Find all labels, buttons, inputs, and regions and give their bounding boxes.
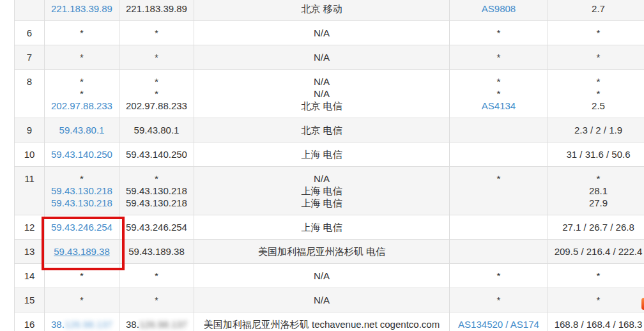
ip-link[interactable]: 59.43.130.218 [51, 197, 112, 208]
hop-cell: 8 [15, 70, 45, 118]
ip-link-cell-line: 59.43.130.218 [47, 197, 116, 209]
ip-link[interactable]: 59.43.130.218 [51, 185, 112, 196]
hop-cell-line: 9 [17, 124, 42, 136]
ip-link[interactable]: 59.43.189.38 [54, 246, 110, 257]
table-row-hop-10: 1059.43.140.25059.43.140.250上海 电信 31 / 3… [15, 142, 644, 167]
table-row-hop-13: 1359.43.189.3859.43.189.38美国加利福尼亚州洛杉矶 电信… [15, 240, 644, 264]
ip-plain-cell-line: * [122, 173, 191, 185]
hop-cell: 6 [15, 21, 45, 45]
ip-link-cell: 38.126.98.137 [45, 312, 119, 331]
ip-link-cell-line: 59.43.189.38 [47, 245, 116, 258]
location-cell-line: 上海 电信 [197, 185, 447, 197]
ip-plain-cell: 59.43.140.250 [119, 142, 194, 167]
table-row-hop-12: 1259.43.246.25459.43.246.254上海 电信 27.1 /… [15, 215, 644, 240]
ip-link[interactable]: 221.183.39.89 [51, 3, 112, 14]
hop-cell: 10 [15, 142, 45, 167]
ip-link[interactable]: 59.43.80.1 [59, 125, 105, 135]
ip-plain-cell-line: 59.43.130.218 [122, 185, 191, 197]
cursor-artifact [641, 298, 644, 310]
latency-cell: * [548, 21, 644, 45]
ip-plain-cell: 59.43.80.1 [119, 118, 194, 142]
asn-link[interactable]: AS4134 [482, 100, 516, 111]
ip-link-cell-line: 59.43.140.250 [47, 148, 116, 160]
ip-link[interactable]: 38.126.98.137 [51, 319, 112, 330]
ip-link-cell-line: * [47, 51, 116, 63]
ip-plain-cell-line: * [122, 88, 191, 100]
location-cell: N/A北京 移动 [194, 0, 450, 21]
asn-cell: * [450, 21, 548, 45]
location-cell-line: N/A [197, 51, 447, 63]
table-row-hop-14: 14**N/A** [15, 264, 644, 288]
ip-link-cell-line: 59.43.80.1 [47, 124, 116, 136]
ip-link[interactable]: 59.43.246.254 [51, 222, 112, 233]
ip-link-cell: 59.43.189.38 [45, 240, 119, 264]
table-row-hop-9: 959.43.80.159.43.80.1北京 电信 2.3 / 2 / 1.9 [15, 118, 644, 142]
location-cell-line: 上海 电信 [197, 221, 447, 233]
location-cell: 美国加利福尼亚州洛杉矶 techavenue.net cogentco.com [194, 312, 450, 331]
location-cell-line: 北京 电信 [197, 124, 447, 136]
asn-cell-line: * [452, 294, 545, 306]
asn-cell-line [452, 245, 545, 258]
latency-cell-line: * [551, 270, 644, 282]
location-cell-line: 北京 移动 [197, 3, 447, 15]
hop-cell-line: 12 [17, 221, 42, 233]
ip-plain-cell-line: * [122, 75, 191, 88]
asn-cell-line: AS134520 / AS174 [452, 318, 545, 330]
hop-cell-line: 10 [17, 148, 42, 160]
asn-cell-line: AS4134 [452, 100, 545, 112]
location-cell: N/A [194, 21, 450, 45]
latency-cell: 168.8 / 168.4 / 168.3 [548, 312, 644, 331]
ip-plain-cell: 221.183.39.89 [119, 0, 194, 21]
latency-cell-line: * [551, 51, 644, 63]
hop-cell-line: 16 [17, 318, 42, 330]
asn-link[interactable]: AS134520 / AS174 [458, 319, 539, 330]
location-cell-line: 上海 电信 [197, 148, 447, 160]
latency-cell: 2.3 / 2 / 1.9 [548, 118, 644, 142]
location-cell: N/A [194, 264, 450, 288]
ip-plain-cell: 59.43.246.254 [119, 215, 194, 240]
ip-plain-cell-line: 59.43.246.254 [122, 221, 191, 233]
hop-cell: 15 [15, 288, 45, 312]
hop-cell-line: 6 [17, 27, 42, 39]
ip-link-cell: 221.183.39.89 [45, 0, 119, 21]
hop-cell-line: 13 [17, 245, 42, 258]
ip-link-cell: 59.43.140.250 [45, 142, 119, 167]
traceroute-table-wrapper: 5 221.183.39.89 221.183.39.89 N/A北京 移动 A… [14, 0, 644, 331]
ip-link-cell: 59.43.80.1 [45, 118, 119, 142]
latency-cell-line: 209.5 / 216.4 / 222.4 [551, 245, 644, 258]
latency-cell-line: 27.1 / 26.7 / 26.8 [551, 221, 644, 233]
ip-plain-cell: 59.43.189.38 [119, 240, 194, 264]
ip-plain-cell: *59.43.130.21859.43.130.218 [119, 167, 194, 215]
traceroute-table: 5 221.183.39.89 221.183.39.89 N/A北京 移动 A… [14, 0, 644, 331]
ip-link-cell-line: 202.97.88.233 [47, 100, 116, 112]
latency-cell-line: 2.5 [551, 100, 644, 112]
asn-cell [450, 215, 548, 240]
ip-plain-cell-line: 38.126.98.137 [122, 318, 191, 330]
ip-link-cell-line: * [47, 27, 116, 39]
ip-link-cell: **202.97.88.233 [45, 70, 119, 118]
location-cell-line: N/A [197, 173, 447, 185]
latency-cell: 31 / 31.6 / 50.6 [548, 142, 644, 167]
location-cell-line: 美国加利福尼亚州洛杉矶 techavenue.net cogentco.com [197, 318, 447, 330]
ip-plain-cell-line: * [122, 270, 191, 282]
ip-plain-cell: * [119, 264, 194, 288]
location-cell: N/AN/A北京 电信 [194, 70, 450, 118]
ip-plain-cell-line: 59.43.80.1 [122, 124, 191, 136]
hop-cell-line: 11 [17, 173, 42, 185]
asn-link[interactable]: AS9808 [482, 3, 516, 14]
hop-cell: 9 [15, 118, 45, 142]
ip-link[interactable]: 202.97.88.233 [51, 100, 112, 111]
asn-cell-line: * [452, 51, 545, 63]
asn-cell: * [450, 264, 548, 288]
latency-cell-line: 28.1 [551, 185, 644, 197]
asn-cell [450, 118, 548, 142]
hop-cell: 16 [15, 312, 45, 331]
table-row-hop-15: 15**N/A** [15, 288, 644, 312]
latency-cell-line: * [551, 75, 644, 88]
table-row-hop-6: 6**N/A** [15, 21, 644, 45]
hop-cell: 7 [15, 45, 45, 70]
table-row-hop-11: 11*59.43.130.21859.43.130.218*59.43.130.… [15, 167, 644, 215]
ip-link[interactable]: 59.43.140.250 [51, 149, 112, 160]
ip-plain-cell-line: 59.43.140.250 [122, 148, 191, 160]
hop-cell-line: 15 [17, 294, 42, 306]
